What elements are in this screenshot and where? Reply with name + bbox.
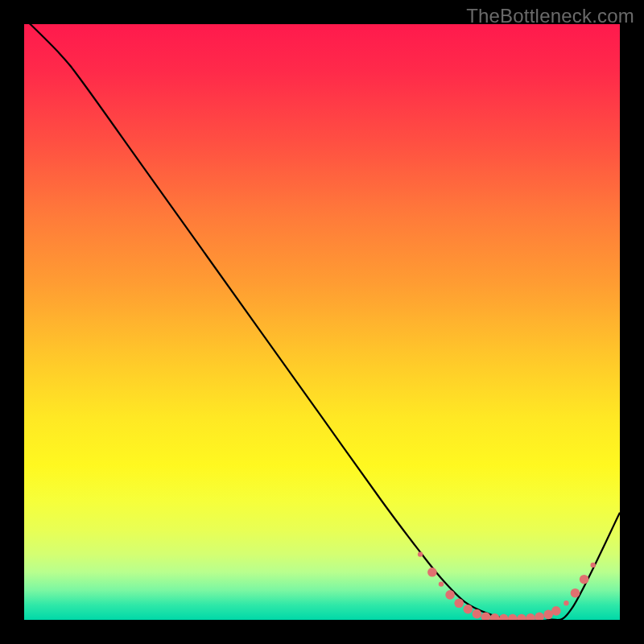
chart-svg: [24, 24, 620, 620]
bottleneck-curve: [24, 24, 620, 620]
curve-marker: [454, 598, 464, 608]
plot-area: [24, 24, 620, 620]
curve-marker: [499, 614, 509, 620]
curve-marker: [418, 551, 423, 556]
curve-marker: [535, 613, 544, 621]
curve-marker: [508, 614, 518, 620]
curve-marker: [517, 614, 526, 620]
curve-marker: [571, 588, 580, 598]
curve-marker: [490, 613, 500, 620]
chart-frame: TheBottleneck.com: [0, 0, 644, 644]
curve-marker: [481, 613, 491, 621]
curve-marker: [580, 575, 589, 584]
curve-marker: [551, 606, 561, 616]
curve-markers: [418, 551, 596, 620]
curve-marker: [445, 590, 455, 600]
curve-marker: [543, 610, 553, 620]
curve-marker: [464, 605, 473, 614]
curve-marker: [473, 609, 482, 619]
curve-marker: [427, 568, 437, 577]
curve-marker: [564, 601, 568, 605]
curve-marker: [526, 613, 535, 620]
curve-marker: [591, 563, 596, 568]
curve-marker: [439, 581, 444, 586]
